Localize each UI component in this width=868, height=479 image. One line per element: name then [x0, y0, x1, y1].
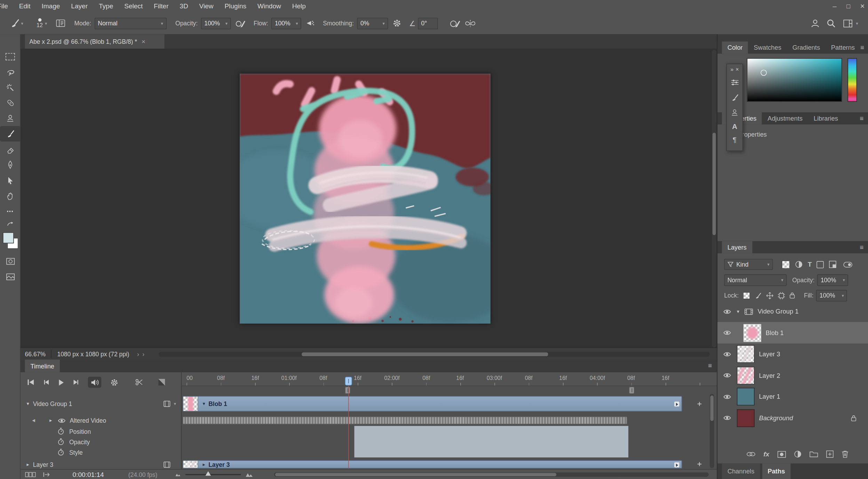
transition-icon[interactable]	[158, 378, 166, 386]
clip-expand-icon[interactable]: ▾	[202, 401, 205, 407]
selection-arrow-tool[interactable]	[0, 172, 21, 188]
more-tools[interactable]: •••	[0, 204, 21, 219]
tab-layers[interactable]: Layers	[722, 241, 752, 253]
position-row[interactable]: Position	[21, 426, 182, 436]
eye-icon[interactable]	[723, 308, 731, 315]
go-to-first-frame-icon[interactable]	[27, 379, 34, 385]
minimize-button[interactable]: –	[833, 2, 837, 10]
layer3-expand-icon[interactable]: ▸	[26, 462, 29, 467]
screen-mode-icon[interactable]	[0, 269, 21, 284]
menu-layer[interactable]: Layer	[65, 0, 93, 12]
adjustment-layer-icon[interactable]	[794, 450, 801, 458]
lasso-tool[interactable]	[0, 64, 21, 80]
layer-effects-icon[interactable]: fx	[763, 450, 769, 458]
lock-all-icon[interactable]	[790, 292, 795, 299]
eye-icon[interactable]	[57, 417, 66, 424]
layer-thumbnail[interactable]	[743, 324, 761, 342]
blend-mode-select[interactable]: Normal ▾	[724, 274, 787, 285]
mute-audio-icon[interactable]	[88, 377, 101, 388]
close-dock-icon[interactable]: ×	[736, 66, 739, 73]
filter-shape-layers-icon[interactable]	[817, 261, 824, 268]
timeline-vertical-scrollbar-thumb[interactable]	[710, 396, 714, 421]
canvas-horizontal-scrollbar-thumb[interactable]	[302, 352, 548, 356]
magic-wand-tool[interactable]	[0, 80, 21, 95]
render-video-icon[interactable]	[43, 471, 50, 478]
layer3-clip[interactable]: ▸ Layer 3	[183, 460, 682, 469]
menu-file[interactable]: File	[0, 0, 14, 12]
canvas[interactable]	[240, 74, 491, 324]
next-frame-icon[interactable]	[73, 379, 79, 385]
previous-keyframe-icon[interactable]: ◀	[32, 418, 35, 423]
close-button[interactable]: ×	[860, 2, 865, 10]
altered-video-expand-icon[interactable]: ▸	[49, 417, 52, 423]
foreground-color-swatch[interactable]	[3, 232, 14, 243]
altered-video-region[interactable]	[354, 426, 628, 457]
timeline-horizontal-scrollbar-thumb[interactable]	[275, 473, 556, 477]
work-area-start-handle[interactable]	[345, 387, 350, 394]
filter-adjustment-layers-icon[interactable]	[795, 261, 803, 268]
timeline-tab[interactable]: Timeline	[25, 359, 60, 372]
healing-brush-tool[interactable]	[0, 95, 21, 111]
canvas-vertical-scrollbar-thumb[interactable]	[712, 133, 716, 235]
tab-swatches[interactable]: Swatches	[748, 41, 787, 54]
paint-symmetry-icon[interactable]	[465, 19, 475, 27]
delete-layer-trash-icon[interactable]	[841, 450, 849, 458]
toggle-brush-settings-icon[interactable]	[56, 19, 65, 27]
timeline-settings-gear-icon[interactable]	[110, 378, 119, 387]
layer-name[interactable]: Layer 2	[759, 372, 780, 379]
layers-panel-menu-icon[interactable]: ≡	[860, 243, 863, 251]
layer-row-layer2[interactable]: Layer 2	[717, 365, 868, 386]
document-tab[interactable]: Abe x 2.psd @ 66.7% (Blob 1, RGB/8) * ×	[25, 34, 165, 49]
tab-adjustments[interactable]: Adjustments	[762, 112, 808, 124]
menu-select[interactable]: Select	[119, 0, 148, 12]
color-cursor[interactable]	[761, 70, 767, 76]
timeline-ruler[interactable]: 00 08f 16f 01:00f 08f 16f 02:00f 08f 16f…	[182, 372, 717, 386]
expand-dock-icon[interactable]: »	[730, 66, 733, 73]
eraser-tool[interactable]	[0, 141, 21, 157]
eye-icon[interactable]	[723, 351, 731, 357]
layer-name[interactable]: Layer 3	[759, 351, 780, 357]
layer-thumbnail[interactable]	[737, 345, 755, 363]
add-media-button[interactable]: +	[697, 459, 702, 469]
character-panel-icon[interactable]: A	[732, 122, 737, 131]
brush-size-dropdown-icon[interactable]: ▾	[45, 21, 47, 26]
color-saturation-box[interactable]	[747, 58, 842, 102]
altered-video-row[interactable]: ◀ ▸ Altered Video	[21, 415, 182, 425]
menu-3d[interactable]: 3D	[174, 0, 193, 12]
brush-tool[interactable]	[0, 126, 21, 142]
timeline-horizontal-scrollbar[interactable]	[274, 472, 709, 477]
layer-row-layer1[interactable]: Layer 1	[717, 386, 868, 407]
zoom-level[interactable]: 66.67%	[25, 350, 46, 357]
pressure-opacity-icon[interactable]	[235, 19, 246, 27]
stopwatch-icon[interactable]	[57, 438, 64, 445]
brush-settings-panel-icon[interactable]	[731, 79, 739, 86]
lock-transparency-icon[interactable]	[743, 292, 750, 299]
clip-end-badge[interactable]	[674, 401, 679, 406]
menu-edit[interactable]: Edit	[14, 0, 36, 12]
canvas-vertical-scrollbar[interactable]	[712, 50, 716, 347]
paragraph-panel-icon[interactable]: ¶	[733, 136, 736, 144]
tab-channels[interactable]: Channels	[722, 464, 760, 479]
layer-row-video-group[interactable]: ▾ Video Group 1	[717, 301, 868, 322]
convert-to-frame-animation-icon[interactable]	[25, 471, 36, 478]
tab-color[interactable]: Color	[722, 41, 748, 54]
lock-artboard-icon[interactable]	[778, 292, 785, 299]
lock-pixels-icon[interactable]	[755, 292, 762, 299]
previous-frame-icon[interactable]	[43, 379, 49, 385]
split-at-playhead-icon[interactable]	[135, 378, 143, 386]
layer-filter-toggle[interactable]	[843, 261, 853, 268]
smoothing-select[interactable]: 0%▾	[357, 17, 388, 29]
eye-icon[interactable]	[723, 372, 731, 379]
maximize-button[interactable]: □	[846, 3, 850, 9]
add-media-button[interactable]: +	[697, 399, 702, 408]
menu-window[interactable]: Window	[252, 0, 287, 12]
flow-select[interactable]: 100%▾	[271, 17, 301, 29]
stopwatch-icon[interactable]	[57, 428, 64, 435]
menu-filter[interactable]: Filter	[148, 0, 174, 12]
clip-end-badge[interactable]	[674, 462, 679, 467]
layer-thumbnail[interactable]	[737, 366, 755, 384]
tab-gradients[interactable]: Gradients	[787, 41, 826, 54]
zoom-in-mountain-icon[interactable]	[245, 471, 254, 478]
airbrush-icon[interactable]	[306, 19, 315, 27]
smoothing-gear-icon[interactable]	[392, 19, 401, 27]
